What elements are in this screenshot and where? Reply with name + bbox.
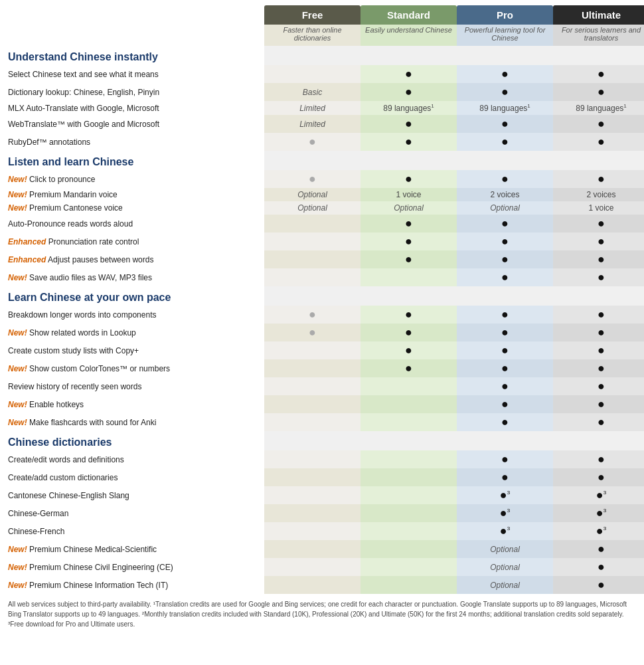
feature-name-cell: New! Premium Mandarin voice [5,188,264,201]
feature-text: RubyDef™ annotations [8,138,90,147]
dot-icon: ● [598,415,605,428]
new-label: New! [8,581,27,590]
ultimate-cell: ● [553,215,644,233]
free-cell [264,215,361,233]
feature-row-0-0: Select Chinese text and see what it mean… [5,65,644,83]
cell-value: 1 voice [396,190,421,199]
section-header-pro-cell [457,151,553,170]
dot-icon: ● [405,252,412,266]
feature-text: Click to pronounce [29,175,95,184]
dot-icon: ● [405,67,412,80]
dot-icon: ● [405,235,412,248]
dot3-icon: ●3 [596,506,606,520]
dot-icon: ● [501,217,509,230]
feature-text: Review history of recently seen words [8,382,141,391]
ultimate-cell: ● [553,115,644,133]
section-title-0: Understand Chinese instantly [5,46,264,65]
pro-cell: ● [457,268,553,286]
dot-icon: ● [501,172,509,185]
cell-value: Limited [299,104,325,113]
pro-cell: ● [457,65,553,83]
ultimate-cell: ● [553,170,644,188]
feature-text: Save audio files as WAV, MP3 files [29,273,152,282]
feature-text: Make flashcards with sound for Anki [29,418,156,427]
dot-icon: ● [598,578,605,591]
dot-icon: ● [501,67,509,80]
pro-cell: ● [457,377,553,395]
pro-cell: Optional [457,576,553,594]
dot-icon: ● [598,135,605,148]
new-label: New! [8,418,27,427]
feature-row-1-6: New! Save audio files as WAV, MP3 files●… [5,268,644,286]
dot-gray-icon: ● [309,172,316,185]
feature-name-cell: New! Make flashcards with sound for Anki [5,413,264,431]
dot-gray-icon: ● [309,135,316,148]
pro-cell: ● [457,250,553,268]
standard-cell [361,450,457,468]
tier-free-header: Free [264,5,361,25]
tier-pro-header: Pro [457,5,553,25]
free-cell [264,540,361,558]
dot-icon: ● [598,270,605,284]
new-label: New! [8,563,27,572]
tier-subtitle-row: Faster than online dictionariesEasily un… [5,25,644,46]
standard-cell: ● [361,324,457,341]
free-cell [264,359,361,377]
ultimate-cell: ● [553,450,644,468]
pro-cell: ●3 [457,522,553,540]
standard-cell: ● [361,306,457,324]
new-label: New! [8,364,27,373]
feature-row-3-7: New! Premium Chinese Information Tech (I… [5,576,644,594]
dot-icon: ● [598,343,605,357]
section-header-pro-cell [457,286,553,306]
dot-icon: ● [405,326,412,339]
feature-name-cell: Enhanced Pronunciation rate control [5,233,264,250]
new-label: New! [8,400,27,409]
cell-value: 89 languages1 [479,104,530,113]
free-cell: ● [264,133,361,151]
feature-row-1-5: Enhanced Adjust pauses between words●●● [5,250,644,268]
feature-name-cell: Create/add custom dictionaries [5,468,264,486]
feature-name-cell: Dictionary lookup: Chinese, English, Pin… [5,83,264,101]
ultimate-cell: ● [553,268,644,286]
pro-cell: ● [457,324,553,341]
dot-icon: ● [598,67,605,80]
subtitle-empty [5,25,264,46]
feature-text: WebTranslate™ with Google and Microsoft [8,120,159,129]
ultimate-cell: ●3 [553,504,644,522]
free-cell: ● [264,170,361,188]
standard-cell: ● [361,83,457,101]
dot-icon: ● [598,326,605,339]
feature-name-cell: Enhanced Adjust pauses between words [5,250,264,268]
standard-cell [361,486,457,504]
pro-cell: ● [457,233,553,250]
free-cell [264,413,361,431]
dot-icon: ● [405,85,412,98]
pro-cell: ● [457,306,553,324]
dot-icon: ● [598,85,605,98]
dot-icon: ● [501,361,509,375]
dot-icon: ● [598,217,605,230]
feature-row-3-0: Create/edit words and definitions●● [5,450,644,468]
free-cell: ● [264,306,361,324]
dot3-icon: ●3 [596,524,606,537]
cell-value: 2 voices [586,190,615,199]
pro-cell: ● [457,115,553,133]
feature-name-cell: New! Enable hotkeys [5,395,264,413]
section-header-ultimate-cell [553,286,644,306]
pro-cell: Optional [457,540,553,558]
feature-name-cell: WebTranslate™ with Google and Microsoft [5,115,264,133]
dot-icon: ● [598,542,605,555]
feature-text: Create custom study lists with Copy+ [8,346,139,355]
standard-cell [361,576,457,594]
ultimate-cell: ● [553,233,644,250]
pro-cell: ● [457,133,553,151]
dot-icon: ● [501,379,509,393]
dot-icon: ● [405,308,412,321]
section-title-3: Chinese dictionaries [5,431,264,450]
section-header-ultimate-cell [553,46,644,65]
comparison-table-container: FreeStandardProUltimateFaster than onlin… [0,0,644,637]
tier-ultimate-subtitle: For serious learners and translators [553,25,644,46]
tier-free-subtitle: Faster than online dictionaries [264,25,361,46]
pro-cell: ● [457,395,553,413]
